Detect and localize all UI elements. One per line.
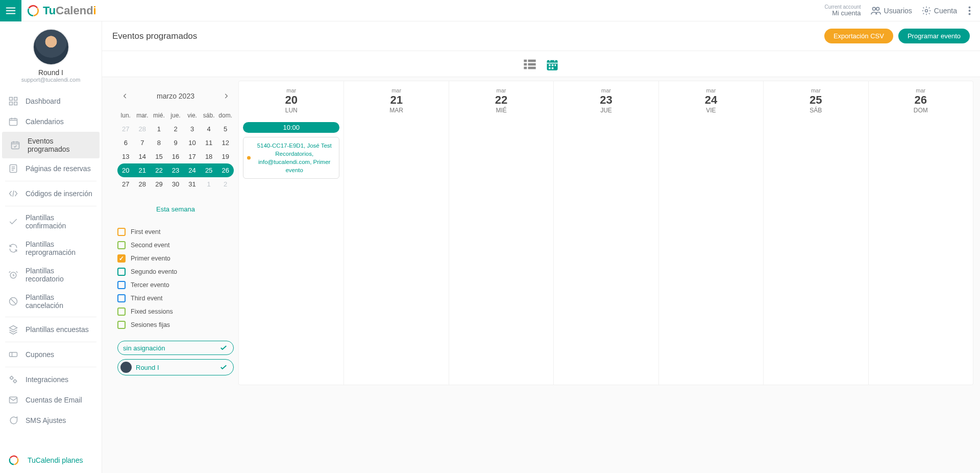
mini-day-cell[interactable]: 23 <box>167 163 184 177</box>
day-column[interactable]: 10:005140-CC17-E9D1, José Test Recordato… <box>239 119 344 385</box>
day-column[interactable] <box>449 119 553 385</box>
mini-day-cell[interactable]: 5 <box>217 122 234 136</box>
hamburger-menu-button[interactable] <box>0 0 21 21</box>
calendar-view-button[interactable] <box>545 57 559 72</box>
mini-day-cell[interactable]: 17 <box>184 150 201 163</box>
filter-item[interactable]: First event <box>117 225 234 239</box>
day-column[interactable] <box>658 119 763 385</box>
day-column[interactable] <box>344 119 448 385</box>
mini-day-cell[interactable]: 30 <box>167 177 184 191</box>
time-pill[interactable]: 10:00 <box>243 122 339 133</box>
brand-logo[interactable]: TuCalendi <box>27 4 96 17</box>
mini-day-cell[interactable]: 25 <box>201 163 217 177</box>
mini-day-cell[interactable]: 1 <box>151 122 167 136</box>
filter-item[interactable]: Fixed sessions <box>117 305 234 318</box>
mini-day-cell[interactable]: 15 <box>151 150 167 163</box>
account-link[interactable]: Cuenta <box>921 6 957 16</box>
filter-checkbox[interactable] <box>117 294 126 302</box>
filter-checkbox[interactable] <box>117 268 126 276</box>
mini-day-cell[interactable]: 16 <box>167 150 184 163</box>
sidebar-item-tpl-cancel[interactable]: Plantillas cancelación <box>0 288 102 315</box>
mini-day-cell[interactable]: 18 <box>201 150 217 163</box>
current-account-block[interactable]: Current account Mi cuenta <box>824 4 861 17</box>
filter-checkbox[interactable] <box>117 254 126 263</box>
next-month-button[interactable] <box>220 90 232 102</box>
filter-item[interactable]: Sesiones fijas <box>117 318 234 332</box>
sidebar-footer-plans[interactable]: TuCalendi planes <box>0 447 102 473</box>
day-header-month: mar <box>239 87 344 93</box>
filter-checkbox[interactable] <box>117 281 126 289</box>
day-header-dow: JUE <box>554 107 658 114</box>
day-column[interactable] <box>868 119 973 385</box>
sidebar-item-integrations[interactable]: Integraciones <box>0 369 102 390</box>
sidebar-item-embed-codes[interactable]: Códigos de inserción <box>0 183 102 204</box>
mini-day-cell[interactable]: 14 <box>134 150 151 163</box>
filter-item[interactable]: Tercer evento <box>117 278 234 292</box>
event-card[interactable]: 5140-CC17-E9D1, José Test Recordatorios,… <box>243 137 339 179</box>
more-menu-button[interactable] <box>966 4 973 17</box>
filter-checkbox[interactable] <box>117 228 126 236</box>
mini-day-cell[interactable]: 13 <box>117 150 134 163</box>
mini-day-cell[interactable]: 26 <box>217 163 234 177</box>
sidebar-item-booking-pages[interactable]: Páginas de reservas <box>0 158 102 179</box>
mini-day-cell[interactable]: 20 <box>117 163 134 177</box>
mini-day-cell[interactable]: 8 <box>151 136 167 150</box>
sidebar-item-sms-settings[interactable]: SMS Ajustes <box>0 410 102 431</box>
sidebar-item-tpl-confirm[interactable]: Plantillas confirmación <box>0 208 102 235</box>
day-header[interactable]: mar25SÁB <box>763 81 868 119</box>
filter-item[interactable]: Primer evento <box>117 252 234 265</box>
schedule-event-button[interactable]: Programar evento <box>898 29 970 43</box>
sidebar-item-coupons[interactable]: Cupones <box>0 344 102 365</box>
prev-month-button[interactable] <box>119 90 131 102</box>
mini-day-cell[interactable]: 2 <box>217 177 234 191</box>
mini-day-cell[interactable]: 10 <box>184 136 201 150</box>
mini-day-cell[interactable]: 9 <box>167 136 184 150</box>
day-header[interactable]: mar22MIÉ <box>449 81 553 119</box>
mini-day-cell[interactable]: 1 <box>201 177 217 191</box>
day-column[interactable] <box>553 119 658 385</box>
day-column[interactable] <box>763 119 868 385</box>
mini-day-cell[interactable]: 19 <box>217 150 234 163</box>
day-header[interactable]: mar26DOM <box>868 81 973 119</box>
user-chip[interactable]: Round I <box>117 359 234 375</box>
list-view-button[interactable] <box>523 57 537 72</box>
mini-day-cell[interactable]: 28 <box>134 177 151 191</box>
sidebar-item-email-accounts[interactable]: Cuentas de Email <box>0 390 102 410</box>
day-header[interactable]: mar20LUN <box>239 81 344 119</box>
mini-day-cell[interactable]: 3 <box>184 122 201 136</box>
mini-day-cell[interactable]: 12 <box>217 136 234 150</box>
filter-checkbox[interactable] <box>117 308 126 316</box>
day-header[interactable]: mar24VIE <box>658 81 763 119</box>
mini-day-cell[interactable]: 4 <box>201 122 217 136</box>
mini-day-cell[interactable]: 7 <box>134 136 151 150</box>
sidebar-item-scheduled-events[interactable]: Eventos programados <box>2 132 100 158</box>
filter-checkbox[interactable] <box>117 321 126 329</box>
mini-day-cell[interactable]: 6 <box>117 136 134 150</box>
user-chip[interactable]: sin asignación <box>117 341 234 355</box>
this-week-button[interactable]: Esta semana <box>117 191 234 225</box>
filter-item[interactable]: Second event <box>117 239 234 252</box>
sidebar-item-tpl-surveys[interactable]: Plantillas encuestas <box>0 319 102 340</box>
mini-day-cell[interactable]: 28 <box>134 122 151 136</box>
users-link[interactable]: Usuarios <box>870 5 912 16</box>
sidebar-item-dashboard[interactable]: Dashboard <box>0 91 102 111</box>
profile-block[interactable]: Round I support@tucalendi.com <box>0 21 102 86</box>
mini-day-cell[interactable]: 29 <box>151 177 167 191</box>
mini-day-cell[interactable]: 27 <box>117 122 134 136</box>
filter-checkbox[interactable] <box>117 241 126 249</box>
sidebar-item-tpl-reprog[interactable]: Plantillas reprogramación <box>0 235 102 262</box>
day-header[interactable]: mar21MAR <box>344 81 448 119</box>
export-csv-button[interactable]: Exportación CSV <box>824 29 893 43</box>
mini-day-cell[interactable]: 24 <box>184 163 201 177</box>
sidebar-item-tpl-remind[interactable]: Plantillas recordatorio <box>0 262 102 288</box>
mini-day-cell[interactable]: 2 <box>167 122 184 136</box>
mini-day-cell[interactable]: 27 <box>117 177 134 191</box>
mini-day-cell[interactable]: 31 <box>184 177 201 191</box>
mini-day-cell[interactable]: 22 <box>151 163 167 177</box>
sidebar-item-calendars[interactable]: Calendarios <box>0 111 102 132</box>
day-header[interactable]: mar23JUE <box>553 81 658 119</box>
mini-day-cell[interactable]: 21 <box>134 163 151 177</box>
filter-item[interactable]: Third event <box>117 292 234 305</box>
mini-day-cell[interactable]: 11 <box>201 136 217 150</box>
filter-item[interactable]: Segundo evento <box>117 265 234 278</box>
